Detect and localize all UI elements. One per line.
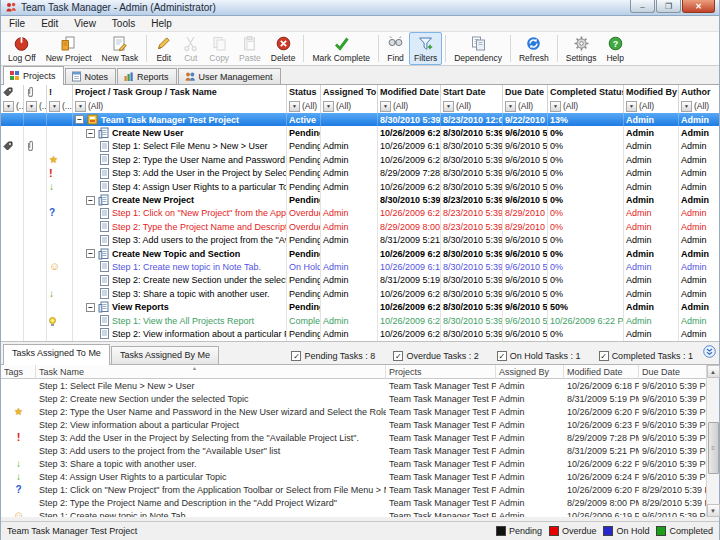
table-row[interactable]: ★Step 2: Type the User Name and Password… xyxy=(1,405,719,418)
checkbox-icon[interactable]: ✓ xyxy=(497,351,507,361)
tab-user-management[interactable]: User Management xyxy=(178,68,281,85)
bottom-column-header-due-date[interactable]: Due Date xyxy=(639,365,709,379)
task-row[interactable]: !Step 3: Add the User in the Project by … xyxy=(1,167,719,180)
bottom-column-header-projects[interactable]: Projects xyxy=(386,365,496,379)
table-row[interactable]: Step 2: Type the Project Name and Descri… xyxy=(1,496,719,509)
toolbar-filters-button[interactable]: Filters xyxy=(409,32,442,65)
column-header-modified[interactable]: Modified Date xyxy=(378,85,441,99)
column-header-status[interactable]: Status xyxy=(287,85,321,99)
project-row[interactable]: −Team Task Manager Test ProjectActive8/3… xyxy=(1,113,719,126)
task-row[interactable]: ↓Step 4: Assign User Rights to a particu… xyxy=(1,180,719,193)
bottom-column-header-task-name[interactable]: Task Name▴ xyxy=(36,365,386,379)
column-header-modified_by[interactable]: Modified By xyxy=(624,85,679,99)
task-group-row[interactable]: −View ReportsPending10/26/2009 6:28/30/2… xyxy=(1,300,719,313)
vertical-scrollbar[interactable]: ▲ ≡ ▼ xyxy=(706,365,719,517)
expand-collapse-toggle[interactable]: − xyxy=(86,129,95,138)
column-header-start[interactable]: Start Date xyxy=(441,85,503,99)
task-row[interactable]: Step 2: Type the Project Name and Descri… xyxy=(1,220,719,233)
bottom-column-header-tags[interactable]: Tags xyxy=(1,365,36,379)
task-row[interactable]: ↓Step 3: Share a topic with another user… xyxy=(1,287,719,300)
filter-dropdown-icon[interactable]: ▼ xyxy=(626,101,637,112)
toolbar-mark-complete-button[interactable]: Mark Complete xyxy=(307,32,375,65)
filter-dropdown-icon[interactable]: ▼ xyxy=(380,101,391,112)
tab-tasks-assigned-by-me[interactable]: Tasks Assigned By Me xyxy=(111,346,219,365)
toolbar-new-project-button[interactable]: New Project xyxy=(41,32,97,65)
column-header-assigned[interactable]: Assigned To xyxy=(321,85,378,99)
menu-item-edit[interactable]: Edit xyxy=(33,18,66,29)
column-header-completed[interactable]: Completed Status xyxy=(548,85,624,99)
filter-dropdown-icon[interactable]: ▼ xyxy=(550,101,561,112)
close-button[interactable]: ✕ xyxy=(682,0,715,13)
filter-dropdown-icon[interactable]: ▼ xyxy=(323,101,334,112)
table-row[interactable]: Step 2: View information about a particu… xyxy=(1,418,719,431)
toolbar-help-button[interactable]: ?Help xyxy=(601,32,628,65)
menu-item-view[interactable]: View xyxy=(66,18,104,29)
column-header-clip[interactable] xyxy=(24,85,47,99)
toolbar-find-button[interactable]: Find xyxy=(382,32,409,65)
tab-projects[interactable]: Projects xyxy=(3,66,64,85)
filter-dropdown-icon[interactable]: ▼ xyxy=(443,101,454,112)
filter-checkbox-on-hold-tasks[interactable]: ✓On Hold Tasks : 1 xyxy=(497,351,581,361)
menu-item-file[interactable]: File xyxy=(1,18,33,29)
task-group-row[interactable]: −Create New Topic and SectionPending10/2… xyxy=(1,247,719,260)
tab-tasks-assigned-to-me[interactable]: Tasks Assigned To Me xyxy=(3,344,110,365)
filter-checkbox-pending-tasks[interactable]: ✓Pending Tasks : 8 xyxy=(291,351,375,361)
table-row[interactable]: Step 2: Create new Section under the sel… xyxy=(1,392,719,405)
expand-collapse-toggle[interactable]: − xyxy=(86,249,95,258)
column-header-priority[interactable]: ! xyxy=(47,85,73,99)
expand-collapse-toggle[interactable]: − xyxy=(86,303,95,312)
task-row[interactable]: ☺Step 1: Create new topic in Note Tab.On… xyxy=(1,260,719,273)
task-row[interactable]: Step 3: Add users to the project from th… xyxy=(1,234,719,247)
tab-reports[interactable]: Reports xyxy=(117,68,177,85)
checkbox-icon[interactable]: ✓ xyxy=(393,351,403,361)
expand-collapse-toggle[interactable]: − xyxy=(75,115,84,124)
task-row[interactable]: ★Step 2: Type the User Name and Password… xyxy=(1,153,719,166)
task-row[interactable]: Step 1: View the All Projects ReportComp… xyxy=(1,314,719,327)
table-row[interactable]: ☺Step 1: Create new topic in Note Tab.Te… xyxy=(1,509,719,517)
table-row[interactable]: Step 1: Select File Menu > New > UserTea… xyxy=(1,379,719,392)
scroll-up-icon[interactable]: ▲ xyxy=(707,365,720,378)
toolbar-settings-button[interactable]: Settings xyxy=(561,32,602,65)
column-header-due[interactable]: Due Date xyxy=(503,85,548,99)
filter-dropdown-icon[interactable]: ▼ xyxy=(681,101,692,112)
filter-dropdown-icon[interactable]: ▼ xyxy=(26,101,37,112)
bottom-column-header-modified-date[interactable]: Modified Date xyxy=(564,365,639,379)
toolbar-log-off-button[interactable]: Log Off xyxy=(3,32,41,65)
scroll-down-icon[interactable]: ▼ xyxy=(707,504,720,517)
task-row[interactable]: ?Step 1: Click on "New Project" from the… xyxy=(1,207,719,220)
task-row[interactable]: Step 1: Select File Menu > New > UserPen… xyxy=(1,140,719,153)
restore-button[interactable]: ❐ xyxy=(656,0,681,13)
toolbar-edit-button[interactable]: Edit xyxy=(150,32,177,65)
tab-notes[interactable]: Notes xyxy=(65,68,117,85)
filter-dropdown-icon[interactable]: ▼ xyxy=(49,101,60,112)
filter-checkbox-overdue-tasks[interactable]: ✓Overdue Tasks : 2 xyxy=(393,351,478,361)
bottom-column-header-assigned-by[interactable]: Assigned By xyxy=(496,365,564,379)
task-row[interactable]: Step 2: View information about a particu… xyxy=(1,327,719,340)
table-row[interactable]: ↓Step 3: Share a topic with another user… xyxy=(1,457,719,470)
checkbox-icon[interactable]: ✓ xyxy=(291,351,301,361)
toolbar-delete-button[interactable]: Delete xyxy=(266,32,301,65)
task-row[interactable]: Step 2: Create new Section under the sel… xyxy=(1,274,719,287)
table-row[interactable]: Step 3: Add users to the project from th… xyxy=(1,444,719,457)
table-row[interactable]: ↓Step 4: Assign User Rights to a particu… xyxy=(1,470,719,483)
filter-dropdown-icon[interactable]: ▼ xyxy=(505,101,516,112)
menu-item-help[interactable]: Help xyxy=(143,18,180,29)
toolbar-dependency-button[interactable]: Dependency xyxy=(449,32,507,65)
collapse-panel-icon[interactable] xyxy=(703,344,716,362)
filter-dropdown-icon[interactable]: ▼ xyxy=(75,101,86,112)
task-group-row[interactable]: −Create New UserPending10/26/2009 6:28/3… xyxy=(1,126,719,139)
column-header-tag[interactable] xyxy=(1,85,24,99)
table-row[interactable]: ?Step 1: Click on "New Project" from the… xyxy=(1,483,719,496)
column-header-name[interactable]: Project / Task Group / Task Name xyxy=(73,85,287,99)
menu-item-tools[interactable]: Tools xyxy=(104,18,143,29)
filter-checkbox-completed-tasks[interactable]: ✓Completed Tasks : 1 xyxy=(599,351,693,361)
checkbox-icon[interactable]: ✓ xyxy=(599,351,609,361)
scrollbar-thumb[interactable]: ≡ xyxy=(708,422,719,474)
expand-collapse-toggle[interactable]: − xyxy=(86,196,95,205)
toolbar-new-task-button[interactable]: New Task xyxy=(97,32,144,65)
column-header-author[interactable]: Author xyxy=(679,85,719,99)
minimize-button[interactable]: – xyxy=(630,0,655,13)
toolbar-refresh-button[interactable]: Refresh xyxy=(514,32,554,65)
filter-dropdown-icon[interactable]: ▼ xyxy=(3,101,14,112)
filter-dropdown-icon[interactable]: ▼ xyxy=(289,101,300,112)
